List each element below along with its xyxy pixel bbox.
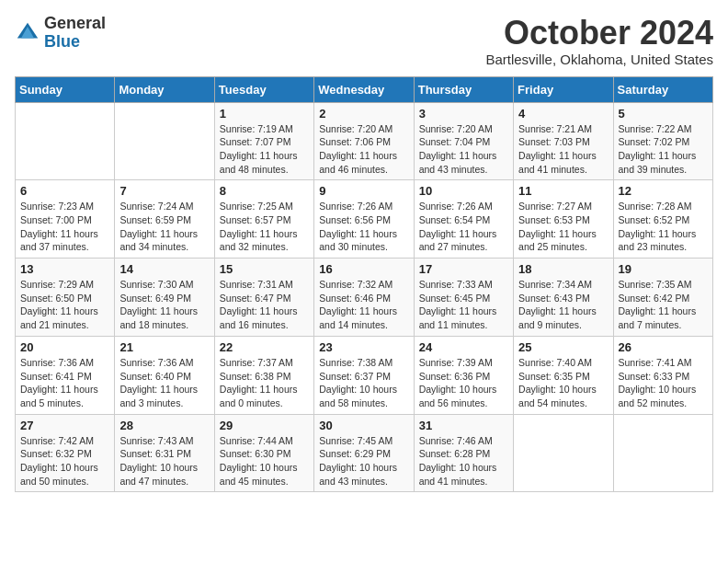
day-number: 5 — [619, 107, 708, 121]
calendar-cell: 17Sunrise: 7:33 AM Sunset: 6:45 PM Dayli… — [414, 259, 513, 337]
day-number: 20 — [20, 340, 109, 354]
day-number: 24 — [419, 340, 508, 354]
calendar-cell: 26Sunrise: 7:41 AM Sunset: 6:33 PM Dayli… — [613, 336, 712, 414]
page-header: General Blue October 2024 Bartlesville, … — [15, 15, 713, 67]
day-header-thursday: Thursday — [414, 76, 513, 102]
day-info: Sunrise: 7:20 AM Sunset: 7:04 PM Dayligh… — [419, 122, 508, 177]
day-info: Sunrise: 7:36 AM Sunset: 6:41 PM Dayligh… — [20, 356, 109, 410]
day-info: Sunrise: 7:29 AM Sunset: 6:50 PM Dayligh… — [20, 278, 109, 332]
calendar-cell: 31Sunrise: 7:46 AM Sunset: 6:28 PM Dayli… — [414, 414, 513, 492]
calendar-cell: 7Sunrise: 7:24 AM Sunset: 6:59 PM Daylig… — [115, 180, 214, 259]
day-number: 13 — [20, 262, 109, 276]
day-info: Sunrise: 7:27 AM Sunset: 6:53 PM Dayligh… — [518, 200, 608, 254]
day-info: Sunrise: 7:21 AM Sunset: 7:03 PM Dayligh… — [518, 122, 608, 177]
day-number: 27 — [20, 419, 109, 432]
calendar-cell — [514, 414, 613, 492]
day-header-saturday: Saturday — [613, 76, 712, 102]
calendar-cell: 10Sunrise: 7:26 AM Sunset: 6:54 PM Dayli… — [414, 180, 513, 259]
day-number: 25 — [518, 340, 608, 354]
day-info: Sunrise: 7:44 AM Sunset: 6:30 PM Dayligh… — [220, 434, 309, 488]
day-info: Sunrise: 7:42 AM Sunset: 6:32 PM Dayligh… — [20, 434, 109, 488]
day-info: Sunrise: 7:34 AM Sunset: 6:43 PM Dayligh… — [518, 278, 608, 332]
day-number: 18 — [518, 262, 608, 276]
title-block: October 2024 Bartlesville, Oklahoma, Uni… — [485, 15, 713, 67]
day-number: 11 — [518, 184, 608, 198]
day-number: 1 — [220, 107, 309, 121]
calendar-cell: 13Sunrise: 7:29 AM Sunset: 6:50 PM Dayli… — [16, 259, 115, 337]
day-info: Sunrise: 7:37 AM Sunset: 6:38 PM Dayligh… — [220, 356, 309, 410]
day-number: 16 — [319, 262, 408, 276]
calendar-cell: 1Sunrise: 7:19 AM Sunset: 7:07 PM Daylig… — [214, 102, 313, 180]
day-info: Sunrise: 7:30 AM Sunset: 6:49 PM Dayligh… — [119, 278, 209, 332]
calendar-cell: 25Sunrise: 7:40 AM Sunset: 6:35 PM Dayli… — [514, 336, 613, 414]
day-number: 29 — [220, 419, 309, 432]
day-info: Sunrise: 7:28 AM Sunset: 6:52 PM Dayligh… — [619, 200, 708, 254]
calendar-header-row: SundayMondayTuesdayWednesdayThursdayFrid… — [16, 76, 713, 102]
calendar-cell: 20Sunrise: 7:36 AM Sunset: 6:41 PM Dayli… — [16, 336, 115, 414]
day-number: 7 — [119, 184, 209, 198]
day-info: Sunrise: 7:32 AM Sunset: 6:46 PM Dayligh… — [319, 278, 408, 332]
calendar-cell: 30Sunrise: 7:45 AM Sunset: 6:29 PM Dayli… — [314, 414, 414, 492]
day-info: Sunrise: 7:45 AM Sunset: 6:29 PM Dayligh… — [319, 434, 408, 488]
day-info: Sunrise: 7:25 AM Sunset: 6:57 PM Dayligh… — [220, 200, 309, 254]
day-info: Sunrise: 7:43 AM Sunset: 6:31 PM Dayligh… — [119, 434, 209, 488]
day-header-monday: Monday — [115, 76, 214, 102]
day-info: Sunrise: 7:19 AM Sunset: 7:07 PM Dayligh… — [220, 122, 309, 177]
day-info: Sunrise: 7:46 AM Sunset: 6:28 PM Dayligh… — [419, 434, 508, 488]
day-number: 8 — [220, 184, 309, 198]
logo: General Blue — [15, 15, 106, 52]
calendar-cell: 9Sunrise: 7:26 AM Sunset: 6:56 PM Daylig… — [314, 180, 414, 259]
day-number: 23 — [319, 340, 408, 354]
day-header-friday: Friday — [514, 76, 613, 102]
calendar-cell — [613, 414, 712, 492]
calendar-cell: 27Sunrise: 7:42 AM Sunset: 6:32 PM Dayli… — [16, 414, 115, 492]
calendar-cell: 21Sunrise: 7:36 AM Sunset: 6:40 PM Dayli… — [115, 336, 214, 414]
calendar-cell — [16, 102, 115, 180]
day-number: 4 — [518, 107, 608, 121]
day-number: 10 — [419, 184, 508, 198]
day-number: 26 — [619, 340, 708, 354]
day-number: 28 — [119, 419, 209, 432]
day-info: Sunrise: 7:26 AM Sunset: 6:54 PM Dayligh… — [419, 200, 508, 254]
day-number: 12 — [619, 184, 708, 198]
calendar-cell: 18Sunrise: 7:34 AM Sunset: 6:43 PM Dayli… — [514, 259, 613, 337]
calendar-cell — [115, 102, 214, 180]
month-title: October 2024 — [485, 15, 713, 52]
day-info: Sunrise: 7:24 AM Sunset: 6:59 PM Dayligh… — [119, 200, 209, 254]
calendar-cell: 14Sunrise: 7:30 AM Sunset: 6:49 PM Dayli… — [115, 259, 214, 337]
day-info: Sunrise: 7:35 AM Sunset: 6:42 PM Dayligh… — [619, 278, 708, 332]
day-number: 2 — [319, 107, 408, 121]
calendar-week-3: 20Sunrise: 7:36 AM Sunset: 6:41 PM Dayli… — [16, 336, 713, 414]
calendar-cell: 12Sunrise: 7:28 AM Sunset: 6:52 PM Dayli… — [613, 180, 712, 259]
day-number: 21 — [119, 340, 209, 354]
day-info: Sunrise: 7:38 AM Sunset: 6:37 PM Dayligh… — [319, 356, 408, 410]
calendar-cell: 15Sunrise: 7:31 AM Sunset: 6:47 PM Dayli… — [214, 259, 313, 337]
day-info: Sunrise: 7:36 AM Sunset: 6:40 PM Dayligh… — [119, 356, 209, 410]
day-number: 19 — [619, 262, 708, 276]
calendar-cell: 29Sunrise: 7:44 AM Sunset: 6:30 PM Dayli… — [214, 414, 313, 492]
day-number: 3 — [419, 107, 508, 121]
day-info: Sunrise: 7:41 AM Sunset: 6:33 PM Dayligh… — [619, 356, 708, 410]
calendar-week-1: 6Sunrise: 7:23 AM Sunset: 7:00 PM Daylig… — [16, 180, 713, 259]
day-number: 14 — [119, 262, 209, 276]
day-number: 9 — [319, 184, 408, 198]
day-number: 22 — [220, 340, 309, 354]
day-info: Sunrise: 7:23 AM Sunset: 7:00 PM Dayligh… — [20, 200, 109, 254]
calendar-cell: 6Sunrise: 7:23 AM Sunset: 7:00 PM Daylig… — [16, 180, 115, 259]
day-header-tuesday: Tuesday — [214, 76, 313, 102]
calendar-cell: 3Sunrise: 7:20 AM Sunset: 7:04 PM Daylig… — [414, 102, 513, 180]
day-info: Sunrise: 7:26 AM Sunset: 6:56 PM Dayligh… — [319, 200, 408, 254]
calendar-week-0: 1Sunrise: 7:19 AM Sunset: 7:07 PM Daylig… — [16, 102, 713, 180]
calendar-cell: 22Sunrise: 7:37 AM Sunset: 6:38 PM Dayli… — [214, 336, 313, 414]
calendar-cell: 24Sunrise: 7:39 AM Sunset: 6:36 PM Dayli… — [414, 336, 513, 414]
calendar-cell: 2Sunrise: 7:20 AM Sunset: 7:06 PM Daylig… — [314, 102, 414, 180]
calendar-cell: 8Sunrise: 7:25 AM Sunset: 6:57 PM Daylig… — [214, 180, 313, 259]
day-info: Sunrise: 7:31 AM Sunset: 6:47 PM Dayligh… — [220, 278, 309, 332]
logo-general: General — [44, 14, 106, 32]
logo-icon — [15, 20, 40, 46]
calendar-cell: 11Sunrise: 7:27 AM Sunset: 6:53 PM Dayli… — [514, 180, 613, 259]
calendar-week-4: 27Sunrise: 7:42 AM Sunset: 6:32 PM Dayli… — [16, 414, 713, 492]
day-header-wednesday: Wednesday — [314, 76, 414, 102]
day-number: 30 — [319, 419, 408, 432]
calendar-cell: 23Sunrise: 7:38 AM Sunset: 6:37 PM Dayli… — [314, 336, 414, 414]
